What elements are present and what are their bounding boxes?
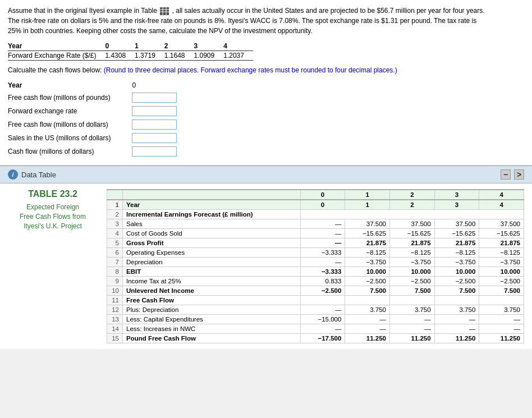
row-val-3: −3.750 [434, 258, 479, 267]
col-year-2: 2 [390, 190, 435, 200]
row-val-2: 10.000 [390, 267, 435, 277]
row-val-0: 0 [300, 200, 345, 210]
table-row: 11Free Cash Flow [107, 296, 524, 305]
row-val-2: −15.625 [390, 229, 435, 238]
row-val-2: −8.125 [390, 248, 435, 258]
cf-year-value: 0 [115, 80, 181, 91]
row-number: 1 [107, 200, 123, 210]
row-val-3: 21.875 [434, 238, 479, 248]
forward-header-year: Year [8, 42, 105, 51]
row-val-2 [390, 296, 435, 305]
table-icon[interactable] [160, 7, 169, 15]
fwd-rate-input[interactable] [132, 106, 177, 116]
row-val-4: 11.250 [479, 334, 524, 343]
col-rownum [107, 190, 123, 200]
cf-row-label-4: Cash flow (millons of dollars) [8, 145, 115, 158]
row-val-0 [300, 296, 345, 305]
table-row: 8EBIT−3.33310.00010.00010.00010.000 [107, 267, 524, 277]
top-section: Assume that in the original Ityesi examp… [0, 0, 532, 166]
row-val-3: 10.000 [434, 267, 479, 277]
data-table-controls: − > [501, 169, 524, 180]
table-row: 10Unlevered Net Income−2.5007.5007.5007.… [107, 286, 524, 296]
table-23-title: TABLE 23.2 [8, 189, 98, 199]
svg-rect-0 [160, 7, 169, 15]
collapse-button[interactable]: − [501, 169, 511, 180]
forward-header-4: 4 [223, 42, 253, 51]
row-val-3: 3.750 [434, 305, 479, 315]
row-val-3: — [434, 324, 479, 334]
fcf-pounds-input[interactable] [132, 93, 177, 103]
cf-row-label-1: Forward exchange rate [8, 104, 115, 118]
row-section-header [300, 210, 524, 219]
row-val-2: 2 [390, 200, 435, 210]
row-label: Operating Expenses [123, 248, 301, 258]
row-val-4: 37.500 [479, 219, 524, 229]
row-val-1: 7.500 [345, 286, 390, 296]
row-label: Depreciation [123, 258, 301, 267]
row-val-2: 21.875 [390, 238, 435, 248]
row-val-0: — [300, 305, 345, 315]
row-val-3: 11.250 [434, 334, 479, 343]
row-val-4: 7.500 [479, 286, 524, 296]
forward-val-3: 1.0909 [194, 51, 224, 61]
row-val-2: 7.500 [390, 286, 435, 296]
table-row: 15Pound Free Cash Flow−17.50011.25011.25… [107, 334, 524, 343]
instruction-main: Calcualte the cash flows below: [8, 66, 102, 74]
subtitle-line3: Ityesi's U.K. Project [24, 222, 82, 230]
row-val-4: — [479, 315, 524, 324]
row-val-2: 37.500 [390, 219, 435, 229]
row-val-4: −8.125 [479, 248, 524, 258]
data-table-bar: i Data Table − > [0, 166, 532, 183]
row-val-4: — [479, 324, 524, 334]
info-icon[interactable]: i [8, 169, 18, 180]
row-label: Incremental Earnings Forecast (£ million… [123, 210, 301, 219]
forward-rate-table: Year 0 1 2 3 4 Forward Exchange Rate ($/… [8, 42, 253, 61]
sales-us-input[interactable] [132, 133, 177, 143]
row-number: 5 [107, 238, 123, 248]
row-val-3: −15.625 [434, 229, 479, 238]
row-val-4: 4 [479, 200, 524, 210]
reference-table: 012341Year012342Incremental Earnings For… [107, 189, 524, 343]
row-val-1: — [345, 324, 390, 334]
row-label: Free Cash Flow [123, 296, 301, 305]
table-23-label: TABLE 23.2 Expected Foreign Free Cash Fl… [8, 189, 98, 231]
col-year-0: 0 [300, 190, 345, 200]
row-val-2: 11.250 [390, 334, 435, 343]
table-row: 6Operating Expenses−3.333−8.125−8.125−8.… [107, 248, 524, 258]
subtitle-line1: Expected Foreign [26, 203, 79, 211]
row-number: 14 [107, 324, 123, 334]
row-val-0: — [300, 238, 345, 248]
row-val-0: −2.500 [300, 286, 345, 296]
row-number: 3 [107, 219, 123, 229]
expand-button[interactable]: > [514, 169, 524, 180]
instruction-text: Calcualte the cash flows below: (Round t… [8, 66, 524, 74]
instruction-note: (Round to three decimal places. Forward … [104, 66, 397, 74]
row-val-1: −2.500 [345, 277, 390, 286]
fcf-dollars-input[interactable] [132, 120, 177, 130]
table-row: 4Cost of Goods Sold—−15.625−15.625−15.62… [107, 229, 524, 238]
col-label [123, 190, 301, 200]
row-label: Less: Capital Expenditures [123, 315, 301, 324]
row-val-3 [434, 296, 479, 305]
row-number: 12 [107, 305, 123, 315]
row-number: 7 [107, 258, 123, 267]
table-row: 14Less: Increases in NWC————— [107, 324, 524, 334]
col-year-4: 4 [479, 190, 524, 200]
row-label: Gross Profit [123, 238, 301, 248]
forward-val-2: 1.1648 [164, 51, 194, 61]
row-val-3: — [434, 315, 479, 324]
row-val-0: −15.000 [300, 315, 345, 324]
row-val-3: 3 [434, 200, 479, 210]
row-label: Income Tax at 25% [123, 277, 301, 286]
forward-header-2: 2 [164, 42, 194, 51]
cf-row-label-0: Free cash flow (millons of pounds) [8, 91, 115, 104]
row-label: Plus: Depreciation [123, 305, 301, 315]
row-val-0: 0.833 [300, 277, 345, 286]
bottom-section: TABLE 23.2 Expected Foreign Free Cash Fl… [0, 183, 532, 349]
table-row: 12Plus: Depreciation—3.7503.7503.7503.75… [107, 305, 524, 315]
row-val-2: — [390, 324, 435, 334]
cash-flow-input[interactable] [132, 146, 177, 157]
cf-year-label: Year [8, 80, 115, 91]
table-row: 3Sales—37.50037.50037.50037.500 [107, 219, 524, 229]
row-val-3: 37.500 [434, 219, 479, 229]
